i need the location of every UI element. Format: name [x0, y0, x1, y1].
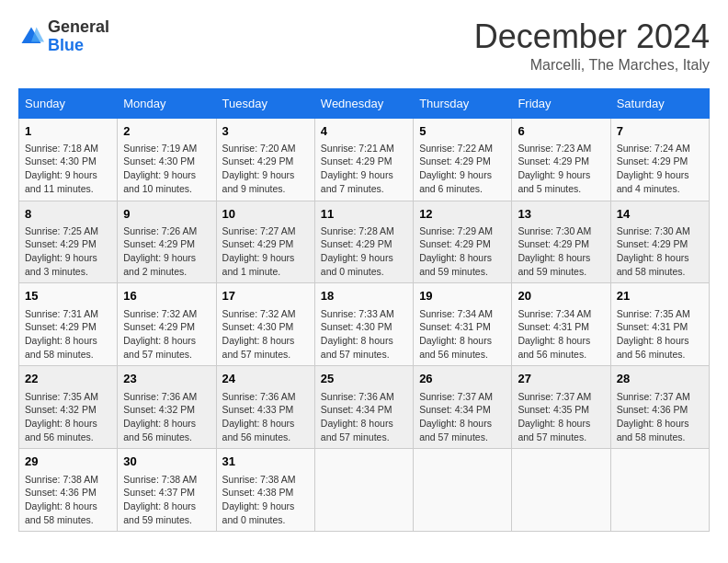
day-number: 14: [617, 206, 703, 223]
day-number: 27: [518, 371, 604, 387]
day-number: 18: [321, 288, 407, 304]
day-number: 1: [25, 123, 111, 140]
calendar-table: SundayMondayTuesdayWednesdayThursdayFrid…: [18, 88, 710, 533]
day-info: Sunrise: 7:38 AMSunset: 4:37 PMDaylight:…: [123, 473, 210, 527]
day-info: Sunrise: 7:36 AMSunset: 4:33 PMDaylight:…: [222, 390, 309, 444]
day-info: Sunrise: 7:20 AMSunset: 4:29 PMDaylight:…: [222, 142, 309, 196]
weekday-header-monday: Monday: [118, 88, 216, 118]
day-info: Sunrise: 7:33 AMSunset: 4:30 PMDaylight:…: [321, 307, 407, 362]
page-header: General Blue December 2024 Marcelli, The…: [18, 18, 710, 74]
weekday-header-sunday: Sunday: [19, 88, 118, 118]
calendar-day-cell: 3Sunrise: 7:20 AMSunset: 4:29 PMDaylight…: [216, 118, 314, 201]
day-info: Sunrise: 7:26 AMSunset: 4:29 PMDaylight:…: [123, 224, 210, 279]
calendar-day-cell: 26Sunrise: 7:37 AMSunset: 4:34 PMDayligh…: [414, 366, 512, 449]
calendar-day-cell: 28Sunrise: 7:37 AMSunset: 4:36 PMDayligh…: [610, 366, 709, 449]
calendar-day-cell: 2Sunrise: 7:19 AMSunset: 4:30 PMDaylight…: [118, 118, 216, 201]
calendar-day-cell: 15Sunrise: 7:31 AMSunset: 4:29 PMDayligh…: [19, 283, 118, 366]
day-info: Sunrise: 7:18 AMSunset: 4:30 PMDaylight:…: [25, 142, 111, 196]
calendar-day-cell: 25Sunrise: 7:36 AMSunset: 4:34 PMDayligh…: [314, 366, 413, 449]
day-number: 3: [222, 123, 309, 140]
calendar-day-cell: 10Sunrise: 7:27 AMSunset: 4:29 PMDayligh…: [216, 201, 314, 283]
day-info: Sunrise: 7:19 AMSunset: 4:30 PMDaylight:…: [123, 142, 210, 196]
day-number: 24: [222, 371, 309, 387]
calendar-week-row: 22Sunrise: 7:35 AMSunset: 4:32 PMDayligh…: [19, 366, 710, 449]
day-number: 22: [25, 371, 111, 387]
calendar-day-cell: 9Sunrise: 7:26 AMSunset: 4:29 PMDaylight…: [118, 201, 216, 283]
calendar-day-cell: 18Sunrise: 7:33 AMSunset: 4:30 PMDayligh…: [314, 283, 413, 366]
day-number: 19: [419, 288, 506, 304]
calendar-day-cell: 1Sunrise: 7:18 AMSunset: 4:30 PMDaylight…: [19, 118, 118, 201]
logo-text: General Blue: [48, 18, 109, 55]
calendar-day-cell: 5Sunrise: 7:22 AMSunset: 4:29 PMDaylight…: [414, 118, 512, 201]
calendar-day-cell: 31Sunrise: 7:38 AMSunset: 4:38 PMDayligh…: [216, 449, 314, 532]
day-info: Sunrise: 7:38 AMSunset: 4:36 PMDaylight:…: [25, 473, 111, 527]
day-info: Sunrise: 7:29 AMSunset: 4:29 PMDaylight:…: [419, 224, 506, 279]
day-info: Sunrise: 7:37 AMSunset: 4:35 PMDaylight:…: [518, 390, 604, 444]
calendar-day-cell: [414, 449, 512, 532]
day-number: 29: [25, 454, 111, 470]
day-number: 31: [222, 454, 309, 470]
day-number: 8: [25, 206, 111, 223]
calendar-day-cell: 12Sunrise: 7:29 AMSunset: 4:29 PMDayligh…: [414, 201, 512, 283]
calendar-week-row: 8Sunrise: 7:25 AMSunset: 4:29 PMDaylight…: [19, 201, 710, 283]
calendar-day-cell: 23Sunrise: 7:36 AMSunset: 4:32 PMDayligh…: [118, 366, 216, 449]
day-info: Sunrise: 7:31 AMSunset: 4:29 PMDaylight:…: [25, 307, 111, 362]
calendar-day-cell: [314, 449, 413, 532]
calendar-week-row: 1Sunrise: 7:18 AMSunset: 4:30 PMDaylight…: [19, 118, 710, 201]
day-info: Sunrise: 7:35 AMSunset: 4:31 PMDaylight:…: [617, 307, 703, 362]
day-number: 4: [321, 123, 407, 140]
day-info: Sunrise: 7:36 AMSunset: 4:32 PMDaylight:…: [123, 390, 210, 444]
day-info: Sunrise: 7:28 AMSunset: 4:29 PMDaylight:…: [321, 224, 407, 279]
calendar-day-cell: 29Sunrise: 7:38 AMSunset: 4:36 PMDayligh…: [19, 449, 118, 532]
calendar-week-row: 29Sunrise: 7:38 AMSunset: 4:36 PMDayligh…: [19, 449, 710, 532]
calendar-day-cell: [610, 449, 709, 532]
day-number: 13: [518, 206, 604, 223]
day-info: Sunrise: 7:32 AMSunset: 4:30 PMDaylight:…: [222, 307, 309, 362]
day-info: Sunrise: 7:36 AMSunset: 4:34 PMDaylight:…: [321, 390, 407, 444]
day-info: Sunrise: 7:25 AMSunset: 4:29 PMDaylight:…: [25, 224, 111, 279]
day-info: Sunrise: 7:37 AMSunset: 4:36 PMDaylight:…: [617, 390, 703, 444]
weekday-header-saturday: Saturday: [610, 88, 709, 118]
weekday-header-wednesday: Wednesday: [314, 88, 413, 118]
day-number: 6: [518, 123, 604, 140]
day-info: Sunrise: 7:24 AMSunset: 4:29 PMDaylight:…: [617, 142, 703, 196]
day-number: 23: [123, 371, 210, 387]
calendar-day-cell: 13Sunrise: 7:30 AMSunset: 4:29 PMDayligh…: [512, 201, 610, 283]
day-info: Sunrise: 7:21 AMSunset: 4:29 PMDaylight:…: [321, 142, 407, 196]
calendar-day-cell: 8Sunrise: 7:25 AMSunset: 4:29 PMDaylight…: [19, 201, 118, 283]
day-number: 20: [518, 288, 604, 304]
day-number: 28: [617, 371, 703, 387]
day-number: 5: [419, 123, 506, 140]
calendar-week-row: 15Sunrise: 7:31 AMSunset: 4:29 PMDayligh…: [19, 283, 710, 366]
weekday-header-row: SundayMondayTuesdayWednesdayThursdayFrid…: [19, 88, 710, 118]
calendar-day-cell: 4Sunrise: 7:21 AMSunset: 4:29 PMDaylight…: [314, 118, 413, 201]
calendar-day-cell: 16Sunrise: 7:32 AMSunset: 4:29 PMDayligh…: [118, 283, 216, 366]
calendar-day-cell: 30Sunrise: 7:38 AMSunset: 4:37 PMDayligh…: [118, 449, 216, 532]
day-number: 12: [419, 206, 506, 223]
calendar-day-cell: 11Sunrise: 7:28 AMSunset: 4:29 PMDayligh…: [314, 201, 413, 283]
day-number: 15: [25, 288, 111, 304]
calendar-day-cell: 6Sunrise: 7:23 AMSunset: 4:29 PMDaylight…: [512, 118, 610, 201]
calendar-day-cell: 24Sunrise: 7:36 AMSunset: 4:33 PMDayligh…: [216, 366, 314, 449]
day-number: 25: [321, 371, 407, 387]
day-number: 11: [321, 206, 407, 223]
calendar-day-cell: 19Sunrise: 7:34 AMSunset: 4:31 PMDayligh…: [414, 283, 512, 366]
day-number: 16: [123, 288, 210, 304]
calendar-day-cell: 17Sunrise: 7:32 AMSunset: 4:30 PMDayligh…: [216, 283, 314, 366]
day-info: Sunrise: 7:23 AMSunset: 4:29 PMDaylight:…: [518, 142, 604, 196]
day-number: 21: [617, 288, 703, 304]
day-number: 30: [123, 454, 210, 470]
calendar-day-cell: 7Sunrise: 7:24 AMSunset: 4:29 PMDaylight…: [610, 118, 709, 201]
day-info: Sunrise: 7:27 AMSunset: 4:29 PMDaylight:…: [222, 224, 309, 279]
location-title: Marcelli, The Marches, Italy: [474, 57, 710, 74]
weekday-header-tuesday: Tuesday: [216, 88, 314, 118]
day-info: Sunrise: 7:30 AMSunset: 4:29 PMDaylight:…: [518, 224, 604, 279]
calendar-day-cell: [512, 449, 610, 532]
day-info: Sunrise: 7:34 AMSunset: 4:31 PMDaylight:…: [419, 307, 506, 362]
day-info: Sunrise: 7:34 AMSunset: 4:31 PMDaylight:…: [518, 307, 604, 362]
day-info: Sunrise: 7:37 AMSunset: 4:34 PMDaylight:…: [419, 390, 506, 444]
day-number: 10: [222, 206, 309, 223]
weekday-header-thursday: Thursday: [414, 88, 512, 118]
day-info: Sunrise: 7:30 AMSunset: 4:29 PMDaylight:…: [617, 224, 703, 279]
calendar-day-cell: 21Sunrise: 7:35 AMSunset: 4:31 PMDayligh…: [610, 283, 709, 366]
